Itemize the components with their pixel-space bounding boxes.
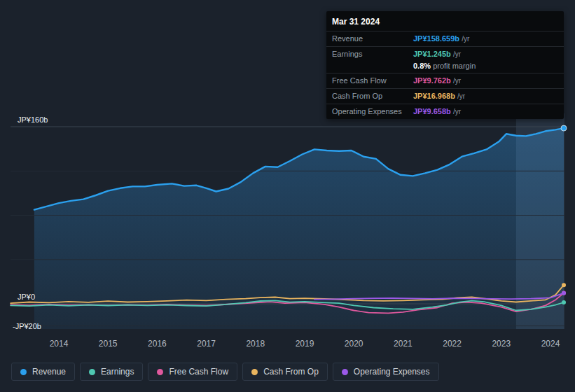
y-axis-label: JP¥160b [18,115,48,125]
tooltip-row-free-cash-flow: Free Cash Flow JP¥9.762b /yr [326,73,564,88]
tooltip-value: JP¥158.659b /yr [413,34,469,44]
legend-label: Cash From Op [263,367,319,377]
tooltip-row-cash-from-op: Cash From Op JP¥16.968b /yr [326,88,564,104]
tooltip-label: Cash From Op [332,91,413,102]
tooltip-date: Mar 31 2024 [326,11,564,31]
x-axis-label: 2023 [485,339,518,349]
y-axis-label: JP¥0 [18,293,35,302]
data-tooltip: Mar 31 2024 Revenue JP¥158.659b /yr Earn… [326,11,564,119]
x-axis-label: 2019 [289,339,321,349]
tooltip-value: JP¥16.968b /yr [413,91,465,102]
legend-label: Earnings [101,367,134,377]
legend-item-revenue[interactable]: Revenue [11,363,75,381]
tooltip-value: JP¥1.245b /yr 0.8% profit margin [413,49,476,71]
tooltip-row-operating-expenses: Operating Expenses JP¥9.658b /yr [326,104,564,119]
legend-label: Revenue [32,367,66,377]
x-axis-label: 2015 [92,339,124,349]
legend: Revenue Earnings Free Cash Flow Cash Fro… [11,363,439,381]
legend-item-operating-expenses[interactable]: Operating Expenses [333,363,439,381]
x-axis-label: 2018 [240,339,272,349]
x-axis-label: 2014 [43,339,75,349]
tooltip-label: Operating Expenses [332,106,413,117]
tooltip-label: Free Cash Flow [332,76,413,86]
tooltip-label: Revenue [332,34,413,44]
legend-item-cash-from-op[interactable]: Cash From Op [242,363,328,381]
cash-from-op-dot-icon [251,369,258,375]
tooltip-value: JP¥9.762b /yr [413,76,461,86]
x-axis-label: 2016 [141,339,173,349]
legend-label: Free Cash Flow [169,367,228,377]
stock-financials-chart-panel: JP¥160bJP¥0-JP¥20b 201420152016201720182… [0,0,575,392]
tooltip-row-earnings: Earnings JP¥1.245b /yr 0.8% profit margi… [326,46,564,73]
x-axis-label: 2017 [190,339,223,349]
revenue-dot-icon [20,369,27,375]
legend-item-earnings[interactable]: Earnings [80,363,143,381]
free-cash-flow-dot-icon [157,369,163,375]
profit-margin: 0.8% profit margin [413,61,476,71]
legend-item-free-cash-flow[interactable]: Free Cash Flow [148,363,237,381]
x-axis-label: 2024 [534,339,567,349]
legend-label: Operating Expenses [354,367,430,377]
earnings-dot-icon [89,369,95,375]
operating-expenses-dot-icon [342,369,348,375]
tooltip-value: JP¥9.658b /yr [413,106,461,117]
x-axis-label: 2020 [338,339,370,349]
tooltip-row-revenue: Revenue JP¥158.659b /yr [326,31,564,46]
x-axis-label: 2021 [387,339,419,349]
y-axis-label: -JP¥20b [13,322,41,331]
tooltip-label: Earnings [332,49,413,71]
x-axis-label: 2022 [436,339,469,349]
